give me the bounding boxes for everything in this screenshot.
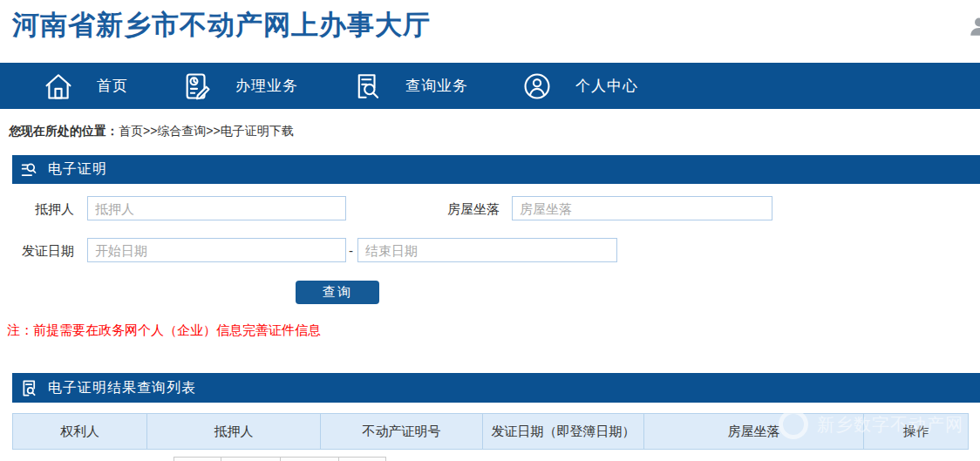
prerequisite-note: 注：前提需要在政务网个人（企业）信息完善证件信息 — [7, 322, 321, 339]
breadcrumb: 您现在所处的位置：首页>>综合查询>>电子证明下载 — [9, 124, 294, 139]
nav-label: 个人中心 — [575, 76, 638, 96]
column-header-issue-date: 发证日期（即登簿日期） — [483, 414, 644, 450]
nav-label: 首页 — [97, 76, 128, 96]
home-icon — [44, 71, 73, 101]
search-section-header: 电子证明 — [12, 155, 980, 184]
site-header: 河南省新乡市不动产网上办事大厅 — [0, 0, 980, 63]
pagination-button-2[interactable] — [221, 457, 281, 461]
nav-item-query[interactable]: 查询业务 — [352, 71, 468, 101]
issue-date-label: 发证日期 — [11, 243, 74, 260]
mortgagor-input[interactable] — [87, 196, 346, 220]
main-nav: 首页 办理业务 查询业务 — [0, 63, 980, 109]
nav-label: 查询业务 — [405, 76, 468, 96]
house-location-label: 房屋坐落 — [432, 201, 500, 218]
house-location-input[interactable] — [512, 196, 772, 220]
date-range-separator: - — [349, 243, 353, 258]
column-header-certificate-no: 不动产证明号 — [321, 414, 483, 450]
nav-item-profile[interactable]: 个人中心 — [522, 71, 638, 101]
section-title: 电子证明结果查询列表 — [48, 379, 196, 397]
pagination-button-3[interactable] — [281, 457, 339, 461]
nav-item-business[interactable]: 办理业务 — [182, 71, 298, 101]
mortgagor-label: 抵押人 — [17, 201, 74, 218]
column-header-operation: 操作 — [864, 414, 969, 450]
nav-item-home[interactable]: 首页 — [44, 71, 128, 101]
column-header-house-location: 房屋坐落 — [644, 414, 864, 450]
page-title: 河南省新乡市不动产网上办事大厅 — [12, 7, 431, 44]
section-title: 电子证明 — [48, 160, 107, 179]
query-button[interactable]: 查询 — [296, 281, 379, 304]
user-circle-icon — [522, 71, 552, 101]
table-header-row: 权利人 抵押人 不动产证明号 发证日期（即登簿日期） 房屋坐落 操作 — [13, 414, 969, 450]
pagination-button-4[interactable] — [339, 457, 386, 461]
column-header-mortgagor: 抵押人 — [147, 414, 321, 450]
pagination-button-1[interactable] — [174, 457, 221, 461]
nav-label: 办理业务 — [235, 76, 298, 96]
result-table: 权利人 抵押人 不动产证明号 发证日期（即登簿日期） 房屋坐落 操作 — [12, 413, 969, 450]
date-start-input[interactable] — [87, 238, 346, 262]
breadcrumb-prefix: 您现在所处的位置： — [9, 124, 119, 138]
date-end-input[interactable] — [357, 238, 617, 262]
user-icon[interactable] — [968, 16, 980, 38]
column-header-rightholder: 权利人 — [13, 414, 147, 450]
document-search-icon — [20, 379, 38, 397]
pagination — [174, 457, 386, 461]
document-search-icon — [352, 71, 382, 101]
breadcrumb-path: 首页>>综合查询>>电子证明下载 — [119, 124, 294, 138]
result-section-header: 电子证明结果查询列表 — [12, 373, 980, 403]
search-list-icon — [20, 160, 38, 179]
clipboard-pencil-icon — [182, 71, 212, 101]
